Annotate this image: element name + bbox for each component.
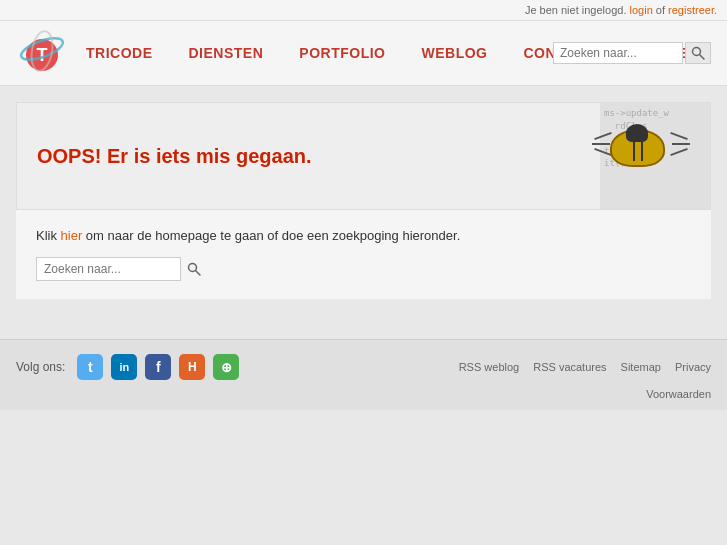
- error-title: OOPS! Er is iets mis gegaan.: [37, 145, 312, 168]
- footer-sitemap[interactable]: Sitemap: [621, 361, 661, 373]
- content-search-button[interactable]: [185, 260, 203, 278]
- footer-voorwaarden[interactable]: Voorwaarden: [646, 388, 711, 400]
- hint-prefix: Klik: [36, 228, 61, 243]
- footer-links: RSS weblog RSS vacatures Sitemap Privacy: [459, 361, 711, 373]
- nav-tricode[interactable]: TRICODE: [68, 45, 171, 61]
- login-link[interactable]: login: [630, 4, 653, 16]
- content-search-icon: [187, 262, 201, 276]
- svg-line-5: [700, 55, 705, 60]
- footer-top: Volg ons: t in f H ⊕ RSS weblog RSS vaca…: [16, 354, 711, 380]
- search-row: [36, 257, 691, 281]
- footer-bottom: Voorwaarden: [16, 388, 711, 400]
- nav-diensten[interactable]: DIENSTEN: [171, 45, 282, 61]
- footer-rss-vacatures[interactable]: RSS vacatures: [533, 361, 606, 373]
- top-bar: Je ben niet ingelogd. login of registree…: [0, 0, 727, 21]
- header-search-input[interactable]: [553, 42, 683, 64]
- content-area: Klik hier om naar de homepage te gaan of…: [16, 210, 711, 299]
- hint-text: Klik hier om naar de homepage te gaan of…: [36, 228, 691, 243]
- svg-line-7: [196, 271, 201, 276]
- nav-portfolio[interactable]: PORTFOLIO: [281, 45, 403, 61]
- header-search-button[interactable]: [685, 42, 711, 64]
- nav-weblog[interactable]: WEBLOG: [403, 45, 505, 61]
- social-facebook[interactable]: f: [145, 354, 171, 380]
- social-hyves[interactable]: H: [179, 354, 205, 380]
- logo-icon: T: [16, 29, 68, 77]
- footer-privacy[interactable]: Privacy: [675, 361, 711, 373]
- hint-link[interactable]: hier: [61, 228, 83, 243]
- social-linkedin[interactable]: in: [111, 354, 137, 380]
- header-search-icon: [691, 46, 705, 60]
- footer: Volg ons: t in f H ⊕ RSS weblog RSS vaca…: [0, 339, 727, 410]
- social-web[interactable]: ⊕: [213, 354, 239, 380]
- logo-area[interactable]: T: [16, 29, 68, 77]
- hint-suffix: om naar de homepage te gaan of doe een z…: [82, 228, 460, 243]
- error-banner: OOPS! Er is iets mis gegaan. ms->update_…: [16, 102, 711, 210]
- bug-image: [590, 121, 690, 191]
- content-search-input[interactable]: [36, 257, 181, 281]
- or-text: of: [656, 4, 665, 16]
- header: T TRICODE DIENSTEN PORTFOLIO WEBLOG CONT…: [0, 21, 727, 86]
- main-content: OOPS! Er is iets mis gegaan. ms->update_…: [16, 102, 711, 299]
- volg-label: Volg ons:: [16, 360, 65, 374]
- footer-rss-weblog[interactable]: RSS weblog: [459, 361, 520, 373]
- not-logged-in-text: Je ben niet ingelogd.: [525, 4, 627, 16]
- footer-left: Volg ons: t in f H ⊕: [16, 354, 239, 380]
- social-twitter[interactable]: t: [77, 354, 103, 380]
- register-link[interactable]: registreer.: [668, 4, 717, 16]
- header-search: [553, 42, 711, 64]
